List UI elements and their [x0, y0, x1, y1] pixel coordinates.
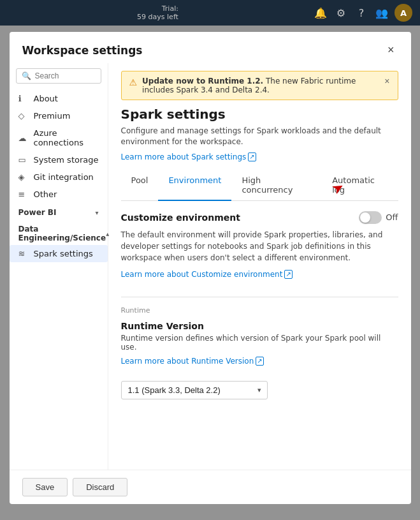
page-title: Spark settings [121, 107, 398, 122]
runtime-section-label: Runtime [121, 306, 398, 315]
sidebar-item-label: Other [34, 189, 57, 199]
external-link-icon: ↗ [256, 357, 263, 366]
tab-high-concurrency[interactable]: High concurrency [231, 170, 322, 201]
update-banner: ⚠ Update now to Runtime 1.2. The new Fab… [121, 71, 398, 100]
page-description: Configure and manage settings for Spark … [121, 126, 398, 147]
chevron-down-icon: ▾ [95, 209, 98, 216]
runtime-version-description: Runtime version defines which version of… [121, 334, 398, 352]
runtime-version-learn-link[interactable]: Learn more about Runtime Version ↗ [121, 357, 264, 366]
trial-info: Trial: 59 days left [137, 4, 178, 21]
storage-icon: ▭ [18, 155, 29, 165]
tab-automatic-log[interactable]: Automatic log [322, 170, 398, 201]
sidebar: 🔍 ℹ About ◇ Premium ☁ Azure connections … [10, 63, 108, 470]
sidebar-item-azure-connections[interactable]: ☁ Azure connections [10, 124, 108, 151]
dialog-header: Workspace settings × [10, 32, 411, 63]
save-button[interactable]: Save [22, 478, 68, 496]
runtime-version-dropdown[interactable]: 1.1 (Spark 3.3, Delta 2.2) 1.2 (Spark 3.… [121, 381, 268, 399]
sidebar-item-spark-settings[interactable]: ≋ Spark settings [10, 245, 108, 262]
sidebar-item-label: Git integration [34, 172, 94, 182]
warning-icon: ⚠ [129, 77, 138, 87]
settings-icon[interactable]: ⚙ [333, 5, 349, 20]
spark-icon: ≋ [18, 249, 29, 258]
workspace-settings-dialog: Workspace settings × 🔍 ℹ About ◇ Premium [10, 32, 411, 504]
toggle-off-label: Off [386, 212, 398, 222]
people-icon[interactable]: 👥 [374, 5, 389, 20]
sidebar-item-label: Spark settings [34, 249, 93, 258]
search-icon: 🔍 [22, 71, 31, 80]
sidebar-item-other[interactable]: ≡ Other [10, 186, 108, 203]
sidebar-item-label: Azure connections [34, 128, 99, 147]
runtime-version-select-wrapper: 1.1 (Spark 3.3, Delta 2.2) 1.2 (Spark 3.… [121, 381, 268, 399]
discard-button[interactable]: Discard [73, 478, 127, 496]
git-icon: ◈ [18, 172, 29, 182]
info-icon: ℹ [18, 94, 29, 103]
close-button[interactable]: × [384, 42, 398, 58]
toggle-knob [360, 212, 370, 223]
sidebar-item-system-storage[interactable]: ▭ System storage [10, 151, 108, 168]
sidebar-item-label: Premium [34, 111, 71, 121]
sidebar-section-data-engineering[interactable]: Data Engineering/Science ▴ [10, 219, 108, 245]
cloud-icon: ☁ [18, 133, 29, 143]
sidebar-item-label: About [34, 94, 58, 103]
diamond-icon: ◇ [18, 111, 29, 121]
notifications-icon[interactable]: 🔔 [313, 5, 328, 20]
sidebar-section-power-bi[interactable]: Power BI ▾ [10, 203, 108, 219]
search-box[interactable]: 🔍 [16, 68, 101, 84]
avatar[interactable]: A [395, 4, 412, 22]
sidebar-item-about[interactable]: ℹ About [10, 90, 108, 107]
divider [121, 297, 398, 297]
tabs-bar: Pool Environment High concurrency Automa… [121, 170, 398, 201]
search-input[interactable] [35, 71, 96, 80]
sidebar-section-label: Data Engineering/Science [18, 225, 106, 242]
help-icon[interactable]: ? [354, 5, 369, 20]
customize-environment-row: Customize environment Off [121, 211, 398, 224]
banner-content: ⚠ Update now to Runtime 1.2. The new Fab… [129, 77, 380, 94]
sidebar-item-premium[interactable]: ◇ Premium [10, 107, 108, 124]
customize-environment-title: Customize environment [121, 212, 240, 223]
external-link-icon: ↗ [248, 152, 256, 161]
banner-close-button[interactable]: × [384, 77, 389, 85]
toggle-row: Off [359, 211, 398, 224]
dialog-footer: Save Discard [10, 470, 411, 504]
dialog-body: 🔍 ℹ About ◇ Premium ☁ Azure connections … [10, 63, 411, 470]
list-icon: ≡ [18, 189, 29, 199]
sidebar-section-label: Power BI [18, 208, 57, 217]
spark-settings-learn-link[interactable]: Learn more about Spark settings ↗ [121, 152, 256, 161]
main-content: ⚠ Update now to Runtime 1.2. The new Fab… [108, 63, 411, 470]
customize-environment-description: The default environment will provide Spa… [121, 229, 398, 264]
sidebar-item-git-integration[interactable]: ◈ Git integration [10, 168, 108, 186]
customize-environment-toggle[interactable] [359, 211, 382, 224]
sidebar-item-label: System storage [34, 155, 99, 165]
modal-overlay: Workspace settings × 🔍 ℹ About ◇ Premium [0, 26, 420, 520]
topbar: Trial: 59 days left 🔔 ⚙ ? 👥 A [0, 0, 420, 26]
runtime-version-title: Runtime Version [121, 321, 398, 331]
banner-text: Update now to Runtime 1.2. The new Fabri… [142, 77, 379, 94]
banner-bold: Update now to Runtime 1.2. [142, 77, 263, 85]
tab-environment[interactable]: Environment [158, 170, 231, 201]
tab-pool[interactable]: Pool [121, 170, 159, 201]
external-link-icon: ↗ [284, 270, 292, 279]
customize-environment-learn-link[interactable]: Learn more about Customize environment ↗ [121, 270, 293, 279]
dialog-title: Workspace settings [22, 44, 143, 57]
